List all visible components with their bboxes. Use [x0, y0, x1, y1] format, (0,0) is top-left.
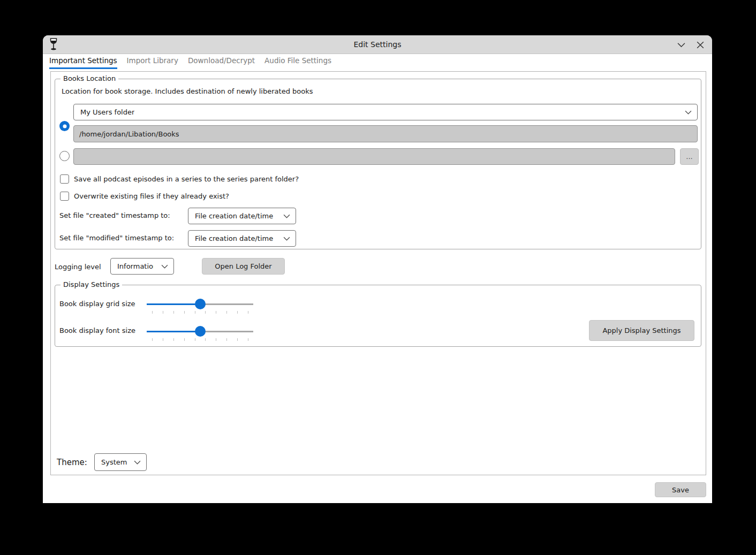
tab-import-library[interactable]: Import Library [127, 54, 178, 69]
browse-button[interactable]: ... [680, 148, 699, 165]
theme-label: Theme: [57, 458, 87, 467]
display-settings-legend: Display Settings [61, 280, 122, 289]
slider-thumb[interactable] [195, 299, 206, 309]
slider-ticks [152, 338, 248, 341]
titlebar: Edit Settings [43, 35, 712, 54]
modified-timestamp-value: File creation date/time [188, 234, 273, 242]
minimize-button[interactable] [676, 40, 686, 50]
folder-preset-dropdown[interactable]: My Users folder [73, 104, 698, 120]
apply-display-settings-button[interactable]: Apply Display Settings [589, 320, 694, 341]
logging-level-dropdown[interactable]: Information [110, 258, 174, 275]
display-settings-group: Display Settings Book display grid size … [55, 285, 701, 347]
save-button[interactable]: Save [655, 482, 706, 497]
books-location-legend: Books Location [61, 74, 118, 83]
logging-level-value: Information [111, 262, 154, 270]
slider-thumb[interactable] [195, 326, 206, 337]
grid-size-slider[interactable] [147, 299, 253, 309]
window-title: Edit Settings [43, 40, 712, 49]
chevron-down-icon [685, 110, 692, 115]
modified-timestamp-label: Set file "modified" timestamp to: [59, 234, 174, 242]
chevron-down-icon [283, 214, 290, 218]
important-settings-panel: Books Location Location for book storage… [50, 71, 706, 475]
chevron-down-icon [161, 264, 168, 269]
open-log-folder-button[interactable]: Open Log Folder [202, 258, 285, 275]
custom-path-field[interactable] [73, 148, 675, 165]
font-size-label: Book display font size [59, 326, 135, 334]
tab-audio-file-settings[interactable]: Audio File Settings [264, 54, 331, 69]
grid-size-label: Book display grid size [59, 300, 135, 308]
close-button[interactable] [695, 40, 706, 50]
created-timestamp-label: Set file "created" timestamp to: [59, 211, 170, 219]
logging-level-label: Logging level [55, 263, 101, 271]
modified-timestamp-dropdown[interactable]: File creation date/time [188, 230, 296, 247]
chevron-down-icon [283, 236, 290, 241]
slider-fill [147, 331, 200, 332]
books-location-description: Location for book storage. Includes dest… [62, 87, 313, 95]
created-timestamp-dropdown[interactable]: File creation date/time [188, 208, 296, 224]
folder-preset-value: My Users folder [74, 108, 134, 116]
books-location-group: Books Location Location for book storage… [55, 79, 701, 249]
tab-download-decrypt[interactable]: Download/Decrypt [188, 54, 255, 69]
slider-fill [147, 303, 200, 305]
tab-important-settings[interactable]: Important Settings [49, 54, 117, 69]
theme-dropdown[interactable]: System [94, 453, 147, 471]
known-path-radio[interactable] [59, 121, 70, 131]
chevron-down-icon [134, 460, 141, 465]
theme-value: System [95, 458, 127, 466]
custom-path-radio[interactable] [59, 151, 70, 161]
overwrite-files-label: Overwrite existing files if they already… [74, 192, 229, 200]
edit-settings-window: Edit Settings Important Settings Import … [43, 35, 712, 503]
created-timestamp-value: File creation date/time [188, 212, 273, 220]
font-size-slider[interactable] [147, 326, 253, 337]
podcast-series-label: Save all podcast episodes in a series to… [74, 175, 299, 183]
overwrite-files-checkbox[interactable] [60, 192, 69, 201]
known-path-field[interactable]: /home/jordan/Libation/Books [73, 125, 698, 142]
podcast-series-checkbox[interactable] [60, 174, 69, 184]
slider-ticks [152, 311, 248, 314]
tabstrip: Important Settings Import Library Downlo… [43, 54, 712, 70]
